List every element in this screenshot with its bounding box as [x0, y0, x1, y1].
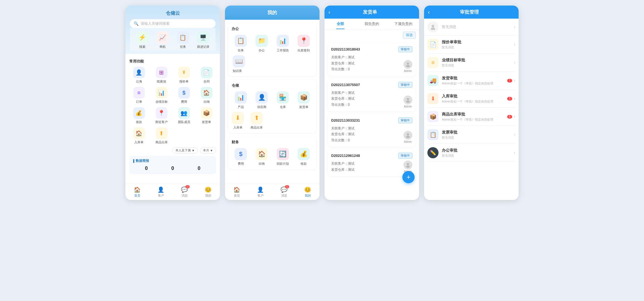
quick-item-0[interactable]: ⚡ 线索 [136, 31, 148, 49]
quick-item-3[interactable]: 🖥️ 跟进记录 [197, 31, 209, 49]
quick-item-2[interactable]: 📋 任务 [177, 31, 189, 49]
svg-point-9 [431, 27, 435, 30]
fin-item-huikuan[interactable]: 🔄 回款计划 [274, 148, 292, 166]
wh-item-warehouse[interactable]: 🏪 仓库 [274, 91, 292, 109]
warehouse-grid: 📊 产品 👤 供应商 🏪 仓库 📦 发货单 [232, 91, 313, 109]
wh-item-product[interactable]: 📊 产品 [232, 91, 250, 109]
grid-item-fahuodan[interactable]: 📦 发货单 [197, 107, 216, 124]
office-item-knowledge[interactable]: 📖 知识库 [233, 55, 313, 73]
avatar-circle-3 [403, 160, 412, 169]
office-icon: 📁 [256, 35, 268, 47]
fab-add-button[interactable]: + [402, 171, 415, 183]
office-grid: 📋 任务 📁 办公 📊 工作报告 📍 出差签到 [232, 35, 313, 52]
fin-feiyong-icon: $ [235, 148, 247, 160]
search-bar[interactable]: 🔍 请输入关键词搜索 [130, 19, 216, 28]
rudan-icon: 🏠 [133, 127, 145, 139]
screen2-bottom-nav: 🏠 首页 👤 客户 💬 22 消息 😊 我的 [225, 184, 319, 200]
grid-item-dingdan[interactable]: ≡ 订单 [129, 87, 148, 104]
screen1-phone: 仓储云 🔍 请输入关键词搜索 ⚡ 线索 📈 商机 📋 任务 🖥️ 跟进记录 [125, 6, 220, 200]
filter-tag[interactable]: 筛选 [403, 32, 416, 39]
baojia-icon: ¥ [178, 67, 190, 78]
ruku-icon: ⬇ [232, 112, 244, 124]
quick-icon-0: ⚡ [136, 31, 148, 44]
grid-item-rudan[interactable]: 🏠 入库单 [129, 127, 148, 144]
s2-nav-mine[interactable]: 😊 我的 [304, 186, 311, 198]
fin-item-shoukuan[interactable]: 💰 收款 [295, 148, 313, 166]
quick-icons-row: ⚡ 线索 📈 商机 📋 任务 🖥️ 跟进记录 [130, 28, 216, 51]
approval-item-4[interactable]: 📦 商品出库审批 Admin发起一个《审批》指定由您处理 6 › [427, 108, 515, 126]
grid-item-baojia[interactable]: ¥ 报价单 [174, 67, 194, 84]
filter-person-btn[interactable]: 本人及下属▼ [172, 147, 198, 154]
order-card-3[interactable]: D2022112961248 审核中 关联客户：测试 发货仓库：测试 Admin [328, 149, 416, 176]
order-2-id: D2022113033231 [331, 118, 360, 122]
fahuodan-icon: 📦 [201, 107, 212, 119]
wh-item-supplier[interactable]: 👤 供应商 [253, 91, 271, 109]
order-2-header: D2022113033231 审核中 [331, 117, 412, 123]
nav-message[interactable]: 💬 22 消息 [181, 186, 188, 198]
wh-item-ruku[interactable]: ⬇ 入库单 [232, 112, 244, 130]
approval-item-5[interactable]: 📋 发票审批 暂无消息 › [427, 126, 515, 144]
office-item-report[interactable]: 📊 工作报告 [274, 35, 292, 52]
s2-nav-message[interactable]: 💬 22 消息 [281, 186, 288, 198]
office-item-office[interactable]: 📁 办公 [253, 35, 271, 52]
fin-item-chuna[interactable]: 🏠 出纳 [253, 148, 271, 166]
fin-shoukuan-icon: 💰 [298, 148, 310, 160]
screen1-title: 仓储云 [130, 10, 216, 16]
order-1-id: D2022113075507 [331, 83, 360, 87]
nav-customer[interactable]: 👤 客户 [157, 186, 164, 198]
approval-content-6: 办公审批 暂无消息 [442, 148, 514, 158]
tab-subordinate[interactable]: 下属负责的 [388, 19, 419, 29]
approval-item-6[interactable]: ✏️ 办公审批 暂无消息 › [427, 144, 515, 162]
fin-item-feiyong[interactable]: $ 费用 [232, 148, 250, 166]
office-grid2: 📖 知识库 [232, 55, 313, 73]
approval-arrow-5: › [514, 132, 515, 137]
filter-time-btn[interactable]: 本月▼ [200, 147, 216, 154]
tab-all[interactable]: 全部 [325, 19, 356, 29]
screen4-back-btn[interactable]: ‹ [428, 9, 430, 15]
grid-item-yejimubiao[interactable]: 📊 业绩目标 [152, 87, 171, 104]
order-card-1[interactable]: D2022113075507 审核中 关联客户：测试 发货仓库：测试 导出次数：… [328, 79, 416, 111]
grid-item-chuku[interactable]: ⬆ 商品出库 [152, 127, 171, 144]
order-card-2[interactable]: D2022113033231 审核中 关联客户：测试 发货仓库：测试 导出次数：… [328, 114, 416, 147]
task-icon: 📋 [235, 35, 247, 47]
report-icon: 📊 [277, 35, 289, 47]
approval-content-4: 商品出库审批 Admin发起一个《审批》指定由您处理 [442, 112, 507, 122]
approval-item-3[interactable]: ⬇ 入库审批 Admin发起一个《审批》指定由您处理 3 › [427, 90, 515, 108]
grid-item-xiansuo[interactable]: ⊞ 线索池 [152, 67, 171, 84]
wh-item-fahuodan[interactable]: 📦 发货单 [295, 91, 313, 109]
approval-desc-1: 暂无消息 [442, 63, 514, 67]
s4-top-item[interactable]: 暂无消息 › [424, 19, 519, 36]
grid-item-shoukuan[interactable]: 💰 收款 [129, 107, 148, 124]
grid-item-hetong[interactable]: 📄 合同 [197, 67, 216, 84]
s2-nav-home[interactable]: 🏠 首页 [233, 186, 240, 198]
data-report: 数据简报 0 0 0 [129, 156, 216, 174]
grid-item-gonghui[interactable]: 👤 公海 [129, 67, 148, 84]
approval-icon-1: ≡ [427, 57, 439, 68]
grid-item-fujin[interactable]: 📍 附近客户 [152, 107, 171, 124]
grid-item-chuna[interactable]: 🏠 出纳 [197, 87, 216, 104]
tab-mine[interactable]: 我负责的 [356, 19, 387, 29]
quick-item-1[interactable]: 📈 商机 [157, 31, 169, 49]
grid-item-tuandui[interactable]: 👥 团队成员 [174, 107, 194, 124]
office-item-task[interactable]: 📋 任务 [232, 35, 250, 52]
nav-mine[interactable]: 😊 我的 [205, 186, 212, 198]
office-item-checkin[interactable]: 📍 出差签到 [295, 35, 313, 52]
screen3-back-btn[interactable]: ‹ [328, 9, 330, 15]
order-0-status: 审核中 [398, 46, 412, 52]
screen2-phone: 我的 办公 📋 任务 📁 办公 📊 工作报告 📍 [225, 6, 319, 200]
s2-nav-customer[interactable]: 👤 客户 [257, 186, 264, 198]
screen1-bottom-nav: 🏠 首页 👤 客户 💬 22 消息 😊 我的 [125, 184, 220, 200]
approval-item-1[interactable]: ≡ 业绩目标审批 暂无消息 › [427, 54, 515, 72]
fin-chuna-icon: 🏠 [256, 148, 268, 160]
grid-item-feiyong[interactable]: $ 费用 [174, 87, 194, 104]
nav-home[interactable]: 🏠 首页 [134, 186, 141, 198]
approval-desc-4: Admin发起一个《审批》指定由您处理 [442, 117, 507, 122]
feiyong-icon: $ [178, 87, 190, 99]
wh-item-chuku[interactable]: ⬆ 商品出库 [251, 112, 263, 130]
order-3-info: 关联客户：测试 发货仓库：测试 [331, 161, 412, 173]
approval-item-0[interactable]: 📄 报价单审批 暂无消息 › [427, 36, 515, 54]
report-title: 数据简报 [133, 159, 212, 163]
wh-chuku-icon: ⬆ [251, 112, 263, 124]
order-card-0[interactable]: D2022113018043 审核中 关联客户：测试 发货仓库：测试 导出次数：… [328, 43, 416, 76]
approval-item-2[interactable]: 🚚 发货审批 Admin发起一个《审批》指定由您处理 7 › [427, 72, 515, 90]
